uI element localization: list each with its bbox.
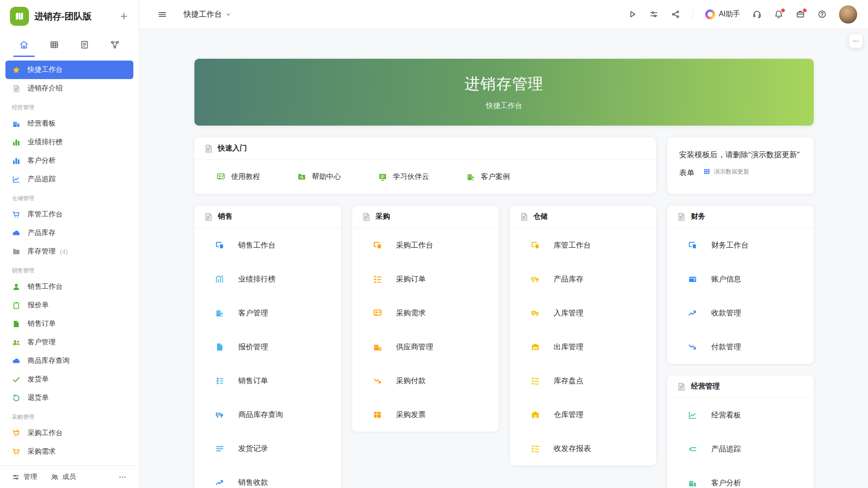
sidebar-item[interactable]: 客户管理 bbox=[5, 333, 133, 352]
line-chart-icon bbox=[12, 175, 21, 184]
card-item[interactable]: 采购付款 bbox=[352, 364, 499, 398]
sidebar-item[interactable]: 产品追踪 bbox=[5, 170, 133, 188]
card-item[interactable]: 产品库存 bbox=[510, 262, 656, 296]
add-button[interactable] bbox=[119, 11, 129, 21]
card-item[interactable]: 库存盘点 bbox=[510, 364, 656, 398]
checklist-icon bbox=[530, 444, 540, 454]
quickstart-link[interactable]: 使用教程 bbox=[216, 172, 260, 182]
card-item[interactable]: 经营看板 bbox=[667, 398, 814, 432]
tab-flows[interactable] bbox=[99, 33, 130, 57]
purchase-card: 采购 采购工作台 采购订单 采购需求 bbox=[352, 206, 499, 432]
card-item[interactable]: 供应商管理 bbox=[352, 330, 499, 364]
preview-button[interactable] bbox=[627, 9, 637, 19]
grid-icon bbox=[49, 40, 59, 50]
line-chart-icon bbox=[688, 410, 698, 420]
sliders-icon bbox=[12, 473, 20, 481]
card-item[interactable]: 客户管理 bbox=[194, 296, 341, 330]
demo-data-link-label: 演示数据更新 bbox=[714, 163, 749, 180]
sidebar-item[interactable]: 库管工作台 bbox=[5, 205, 133, 224]
tab-modules[interactable] bbox=[39, 33, 70, 57]
card-item[interactable]: 入库管理 bbox=[510, 296, 656, 330]
settings-button[interactable] bbox=[649, 9, 659, 19]
help-button[interactable] bbox=[817, 9, 827, 19]
card-item[interactable]: 收款管理 bbox=[667, 296, 814, 330]
card-item[interactable]: 发货记录 bbox=[194, 432, 341, 465]
card-item[interactable]: 采购发票 bbox=[352, 398, 499, 432]
truck-search-icon bbox=[530, 274, 540, 284]
demo-data-form-link[interactable]: 演示数据更新 bbox=[703, 163, 749, 180]
sidebar-item[interactable]: 业绩排行榜 bbox=[5, 133, 133, 151]
tab-forms[interactable] bbox=[70, 33, 100, 57]
form-grid-icon bbox=[703, 168, 711, 175]
card-item[interactable]: 商品库存查询 bbox=[194, 398, 341, 432]
notice-card: 安装模板后，请删除“演示数据更新”表单 演示数据更新 bbox=[667, 137, 814, 194]
sidebar-item[interactable]: 销售订单 bbox=[5, 314, 133, 333]
card-item[interactable]: 收发存报表 bbox=[510, 432, 656, 465]
warehouse-card-list: 库管工作台 产品库存 入库管理 出库管理 bbox=[510, 228, 656, 465]
card-item[interactable]: 销售收款 bbox=[194, 465, 341, 488]
card-item[interactable]: 采购订单 bbox=[352, 262, 499, 296]
card-item[interactable]: 出库管理 bbox=[510, 330, 656, 364]
sidebar-item[interactable]: 快捷工作台 bbox=[5, 61, 133, 79]
user-avatar[interactable] bbox=[839, 5, 857, 23]
workbench-icon bbox=[373, 240, 382, 250]
card-item[interactable]: 销售工作台 bbox=[194, 228, 341, 262]
sidebar-item[interactable]: 销售工作台 bbox=[5, 277, 133, 296]
sidebar-item[interactable]: 经营看板 bbox=[5, 114, 133, 133]
app-root: 进销存-团队版 快捷工作台 进销存介绍 经营管理 bbox=[0, 0, 868, 488]
card-item[interactable]: 采购需求 bbox=[352, 296, 499, 330]
person-icon bbox=[12, 282, 21, 291]
garage-icon bbox=[530, 342, 540, 352]
page-more-button[interactable] bbox=[849, 34, 863, 48]
card-item[interactable]: 仓库管理 bbox=[510, 398, 656, 432]
sidebar-item[interactable]: 发货单 bbox=[5, 370, 133, 389]
share-button[interactable] bbox=[671, 9, 680, 19]
quickstart-link[interactable]: 客户案例 bbox=[466, 172, 510, 182]
sidebar-item[interactable]: 商品库存查询 bbox=[5, 352, 133, 370]
sidebar-item[interactable]: 退货单 bbox=[5, 389, 133, 407]
tab-home[interactable] bbox=[9, 33, 39, 57]
merge-icon bbox=[688, 444, 698, 454]
card-item[interactable]: 客户分析 bbox=[667, 466, 814, 488]
sidebar-item[interactable]: 报价单 bbox=[5, 296, 133, 314]
sidebar-item[interactable]: 采购工作台 bbox=[5, 424, 133, 442]
page-icon bbox=[676, 212, 686, 222]
sidebar-item[interactable]: 采购需求 bbox=[5, 442, 133, 461]
quickstart-link[interactable]: 帮助中心 bbox=[297, 172, 341, 182]
ai-assistant-label: AI助手 bbox=[719, 9, 740, 19]
sales-card: 销售 销售工作台 业绩排行榜 客户管理 bbox=[194, 206, 341, 488]
ai-logo-icon bbox=[705, 9, 715, 19]
sidebar-item[interactable]: 库存管理 (4) bbox=[5, 242, 133, 261]
page-title-dropdown[interactable]: 快捷工作台 bbox=[184, 9, 232, 19]
topbar: 快捷工作台 AI助手 bbox=[139, 0, 868, 29]
card-item[interactable]: 库管工作台 bbox=[510, 228, 656, 262]
manage-button[interactable]: 管理 bbox=[12, 473, 37, 481]
card-item[interactable]: 业绩排行榜 bbox=[194, 262, 341, 296]
trifold-map-icon bbox=[14, 11, 25, 22]
hamburger-menu-button[interactable] bbox=[157, 9, 167, 19]
ai-assistant-button[interactable]: AI助手 bbox=[705, 9, 740, 19]
notifications-bell-button[interactable] bbox=[774, 9, 783, 19]
sidebar-item[interactable]: 产品库存 bbox=[5, 224, 133, 242]
card-item[interactable]: 采购工作台 bbox=[352, 228, 499, 262]
sidebar-item[interactable]: 客户分析 bbox=[5, 151, 133, 170]
ellipsis-icon bbox=[852, 38, 859, 45]
wallet-icon bbox=[688, 274, 698, 284]
members-button[interactable]: 成员 bbox=[51, 473, 76, 481]
card-item[interactable]: 财务工作台 bbox=[667, 228, 814, 262]
page-icon bbox=[676, 382, 686, 392]
purchase-card-list: 采购工作台 采购订单 采购需求 供应商管理 bbox=[352, 228, 499, 432]
card-item[interactable]: 付款管理 bbox=[667, 330, 814, 364]
quickstart-card: 快速入门 使用教程 帮助中心 学习伙伴云 bbox=[194, 137, 656, 194]
operations-card: 经营管理 经营看板 产品追踪 bbox=[667, 375, 814, 488]
sidebar-more-button[interactable] bbox=[118, 473, 127, 482]
table-icon bbox=[373, 410, 382, 420]
card-item[interactable]: 报价管理 bbox=[194, 330, 341, 364]
card-item[interactable]: 产品追踪 bbox=[667, 432, 814, 466]
quickstart-link[interactable]: 学习伙伴云 bbox=[378, 172, 429, 182]
card-item[interactable]: 账户信息 bbox=[667, 262, 814, 296]
support-headset-button[interactable] bbox=[752, 9, 762, 19]
sidebar-item[interactable]: 进销存介绍 bbox=[5, 79, 133, 98]
workbench-briefcase-button[interactable] bbox=[796, 9, 805, 19]
card-item[interactable]: 销售订单 bbox=[194, 364, 341, 398]
